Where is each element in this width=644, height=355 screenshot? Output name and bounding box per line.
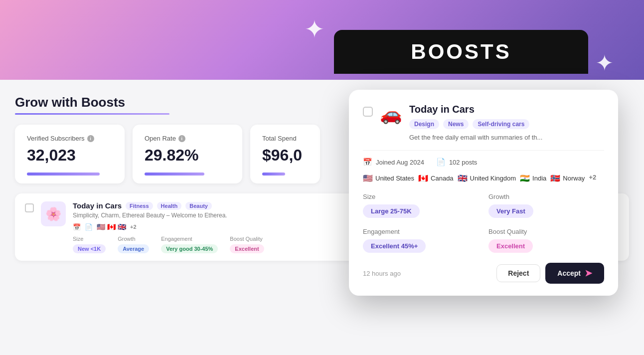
modal-stat-quality: Boost Quality Excellent <box>488 228 604 253</box>
list-stat-quality-value: Excellent <box>230 244 264 253</box>
header-bar: BOOSTS <box>334 30 588 74</box>
stat-bar-subscribers <box>27 173 100 176</box>
modal-meta-row: 📅 Joined Aug 2024 📄 102 posts <box>363 158 604 167</box>
stat-card-spend: Total Spend $96,0 <box>250 125 320 183</box>
modal-tag-design: Design <box>409 119 439 129</box>
flag-us: 🇺🇸 <box>97 223 105 231</box>
modal-timestamp: 12 hours ago <box>363 270 401 277</box>
modal-engagement-label: Engagement <box>363 228 479 235</box>
list-stat-engagement: Engagement Very good 30-45% <box>161 236 218 253</box>
flag-uk-icon: 🇬🇧 <box>458 174 468 183</box>
modal-description: Get the free daily email with summaries … <box>409 133 604 142</box>
list-item-checkbox[interactable] <box>25 203 34 212</box>
modal-stat-engagement: Engagement Excellent 45%+ <box>363 228 479 253</box>
list-stat-quality: Boost Quality Excellent <box>230 236 264 253</box>
list-stat-growth-label: Growth <box>118 236 149 242</box>
modal-tag-news: News <box>443 119 469 129</box>
stat-bar-openrate <box>145 173 204 176</box>
modal-size-value: Large 25-75K <box>363 204 420 218</box>
modal-header: 🚗 Today in Cars Design News Self-driving… <box>363 104 604 142</box>
stat-label-spend: Total Spend <box>262 135 308 142</box>
stat-card-subscribers: Verified Subscribers i 32,023 <box>15 125 125 183</box>
modal-footer: 12 hours ago Reject Accept ➤ <box>363 263 604 284</box>
list-stat-engagement-value: Very good 30-45% <box>161 244 218 253</box>
country-uk: 🇬🇧 United Kingdom <box>458 174 516 183</box>
accept-button[interactable]: Accept ➤ <box>545 263 604 284</box>
modal-growth-value: Very Fast <box>488 204 533 218</box>
reject-button[interactable]: Reject <box>496 264 540 282</box>
modal-card[interactable]: 🚗 Today in Cars Design News Self-driving… <box>349 90 618 296</box>
modal-growth-label: Growth <box>488 193 604 200</box>
document-icon: 📄 <box>436 158 446 167</box>
flags-plus: +2 <box>130 224 137 230</box>
modal-title: Today in Cars <box>409 104 604 115</box>
country-us: 🇺🇸 United States <box>363 174 414 183</box>
modal-stat-growth: Growth Very Fast <box>488 193 604 218</box>
modal-countries: 🇺🇸 United States 🇨🇦 Canada 🇬🇧 United Kin… <box>363 174 604 183</box>
stat-label-subscribers: Verified Subscribers i <box>27 135 113 142</box>
modal-quality-value: Excellent <box>488 239 533 253</box>
cursor-icon: ➤ <box>585 268 592 279</box>
modal-actions: Reject Accept ➤ <box>496 263 604 284</box>
countries-plus: +2 <box>589 174 596 183</box>
calendar-icon: 📅 <box>73 223 81 231</box>
flag-ca: 🇨🇦 <box>107 223 116 231</box>
modal-tags: Design News Self-driving cars <box>409 119 604 129</box>
calendar-icon: 📅 <box>363 158 372 167</box>
flag-gb: 🇬🇧 <box>118 223 126 231</box>
list-item-tag-1: Fitness <box>126 202 153 210</box>
title-underline <box>15 113 169 115</box>
flag-ca-icon: 🇨🇦 <box>418 174 428 183</box>
list-stat-growth-value: Average <box>118 244 149 253</box>
info-icon-subscribers[interactable]: i <box>87 135 94 142</box>
modal-quality-label: Boost Quality <box>488 228 604 235</box>
info-icon-openrate[interactable]: i <box>178 135 185 142</box>
country-ca: 🇨🇦 Canada <box>418 174 454 183</box>
list-item-description: Simplicity, Charm, Ethereal Beauty – Wel… <box>73 212 272 219</box>
modal-size-label: Size <box>363 193 479 200</box>
country-no: 🇳🇴 Norway <box>550 174 585 183</box>
list-stat-size-value: New <1K <box>73 244 106 253</box>
sparkle-icon-1: ✦ <box>304 15 325 44</box>
modal-icon: 🚗 <box>380 104 402 125</box>
modal-title-section: Today in Cars Design News Self-driving c… <box>409 104 604 142</box>
modal-stat-size: Size Large 25-75K <box>363 193 479 218</box>
list-stat-size: Size New <1K <box>73 236 106 253</box>
modal-checkbox[interactable] <box>363 107 373 117</box>
modal-divider <box>363 150 604 151</box>
doc-icon: 📄 <box>85 223 93 231</box>
list-item-avatar: 🌸 <box>41 201 66 226</box>
flag-us-icon: 🇺🇸 <box>363 174 373 183</box>
list-stat-engagement-label: Engagement <box>161 236 218 242</box>
stat-card-openrate: Open Rate i 29.82% <box>133 125 242 183</box>
list-item-name: Today in Cars <box>73 201 122 210</box>
stat-value-subscribers: 32,023 <box>27 146 113 165</box>
modal-meta-joined: 📅 Joined Aug 2024 <box>363 158 424 167</box>
page-header-title: BOOSTS <box>354 40 568 64</box>
stat-bar-spend <box>262 173 285 176</box>
flag-no-icon: 🇳🇴 <box>550 174 560 183</box>
stat-value-spend: $96,0 <box>262 146 308 165</box>
list-item-tag-3: Beauty <box>185 202 212 210</box>
list-stat-quality-label: Boost Quality <box>230 236 264 242</box>
flag-in-icon: 🇮🇳 <box>520 174 530 183</box>
modal-tag-selfdriving: Self-driving cars <box>473 119 529 129</box>
modal-engagement-value: Excellent 45%+ <box>363 239 426 253</box>
country-flags: 🇺🇸 🇨🇦 🇬🇧 <box>97 223 126 231</box>
stat-value-openrate: 29.82% <box>145 146 230 165</box>
list-item-tag-2: Health <box>157 202 182 210</box>
stat-label-openrate: Open Rate i <box>145 135 230 142</box>
list-stat-growth: Growth Average <box>118 236 149 253</box>
modal-meta-posts: 📄 102 posts <box>436 158 477 167</box>
list-stat-size-label: Size <box>73 236 106 242</box>
modal-stats-grid: Size Large 25-75K Growth Very Fast Engag… <box>363 193 604 253</box>
sparkle-icon-2: ✦ <box>595 50 614 76</box>
country-in: 🇮🇳 India <box>520 174 546 183</box>
